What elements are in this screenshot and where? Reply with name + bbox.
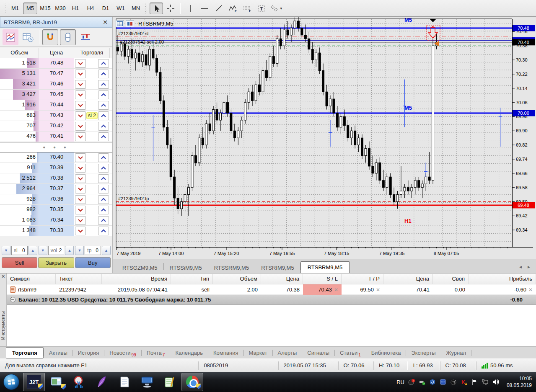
taskbar-app-notepad[interactable]: [114, 373, 135, 391]
chart-tab-rtssim9m5[interactable]: RTSSiM9,M5: [164, 263, 208, 273]
taskbar-app-log-editor[interactable]: [159, 373, 181, 391]
sell-at-price-button[interactable]: [75, 122, 86, 131]
sell-at-price-button[interactable]: [75, 153, 86, 162]
stepper-up-icon[interactable]: ▲: [28, 246, 37, 255]
kaspersky-icon[interactable]: K!: [461, 379, 467, 385]
timeframe-button-m5[interactable]: M5: [23, 3, 37, 14]
price-cell[interactable]: 70.47: [39, 69, 74, 79]
close-button[interactable]: Закрыть: [38, 257, 74, 268]
sl-stepper-field[interactable]: sl0: [11, 246, 28, 255]
buy-at-price-button[interactable]: [98, 70, 109, 78]
price-cell[interactable]: 70.38: [39, 173, 74, 183]
buy-at-price-button[interactable]: [98, 90, 109, 99]
sell-at-price-button[interactable]: [75, 70, 86, 78]
toolbox-tab-компания[interactable]: Компания: [208, 348, 243, 358]
toolbox-tab-алерты[interactable]: Алерты: [273, 348, 302, 358]
sell-button[interactable]: Sell: [2, 257, 37, 268]
crosshair-tool-icon[interactable]: [164, 3, 177, 14]
taskbar-app-j2t[interactable]: J2T: [23, 373, 45, 391]
remove-tp-icon[interactable]: ✕: [376, 287, 380, 293]
sell-at-price-button[interactable]: [75, 101, 86, 110]
stepper-up-icon[interactable]: ▲: [65, 246, 74, 255]
sell-at-price-button[interactable]: [75, 90, 86, 99]
price-chart[interactable]: #212397942 sl#212397942 sell 2.00#212397…: [113, 17, 536, 259]
sell-at-price-button[interactable]: [75, 185, 86, 193]
price-cell[interactable]: 70.33: [39, 226, 74, 236]
close-icon[interactable]: ✕: [0, 273, 6, 280]
messenger-icon[interactable]: [440, 379, 446, 385]
taskbar-app-remote-desktop[interactable]: [136, 373, 158, 391]
buy-at-price-button[interactable]: [98, 153, 109, 162]
timeframe-button-w1[interactable]: W1: [114, 3, 128, 14]
toolbox-tab-активы[interactable]: Активы: [44, 348, 73, 358]
taskbar-app-window-shield[interactable]: [46, 373, 67, 391]
buy-at-price-button[interactable]: [98, 80, 109, 89]
buy-at-price-button[interactable]: [98, 206, 109, 214]
toolbox-tab-маркет[interactable]: Маркет: [244, 348, 272, 358]
price-cell[interactable]: 70.35: [39, 205, 74, 215]
elliott-wave-tool-icon[interactable]: E: [226, 3, 240, 14]
sell-at-price-button[interactable]: [75, 132, 86, 141]
stepper-down-icon[interactable]: ▼: [75, 246, 84, 255]
price-cell[interactable]: 70.34: [39, 215, 74, 225]
price-cell[interactable]: 70.41: [39, 132, 74, 142]
depth-mode-icon[interactable]: [60, 29, 76, 45]
close-icon[interactable]: ✕: [102, 19, 109, 26]
display-connect-icon[interactable]: [482, 379, 488, 385]
timeframe-button-h1[interactable]: H1: [68, 3, 83, 14]
toolbox-tab-календарь[interactable]: Календарь: [170, 348, 208, 358]
sell-at-price-button[interactable]: [75, 111, 86, 120]
toolbox-tab-почта[interactable]: Почта7: [142, 348, 170, 358]
vol-stepper-field[interactable]: vol2: [48, 246, 65, 255]
timeframe-button-h4[interactable]: H4: [83, 3, 98, 14]
depth-of-market-icon[interactable]: [116, 20, 124, 27]
sell-at-price-button[interactable]: [75, 227, 86, 235]
flag-icon[interactable]: [471, 379, 478, 385]
buy-button[interactable]: Buy: [75, 257, 111, 268]
collapse-icon[interactable]: [10, 297, 16, 302]
trendline-tool-icon[interactable]: [212, 3, 225, 14]
timeframe-button-m30[interactable]: M30: [53, 3, 67, 14]
quotes-icon[interactable]: [3, 29, 18, 45]
volume-icon[interactable]: [492, 378, 500, 386]
taskbar-app-feather[interactable]: [91, 373, 113, 391]
text-tool-icon[interactable]: T: [255, 3, 268, 14]
vertical-line-tool-icon[interactable]: [184, 3, 197, 14]
buy-at-price-button[interactable]: [98, 174, 109, 183]
toolbox-tab-история[interactable]: История: [73, 348, 104, 358]
toolbox-tab-журнал[interactable]: Журнал: [441, 348, 471, 358]
horizontal-line-tool-icon[interactable]: [198, 3, 211, 14]
price-cell[interactable]: 70.44: [39, 100, 74, 110]
tp-stepper-field[interactable]: tp0: [85, 246, 101, 255]
buy-at-price-button[interactable]: [98, 227, 109, 235]
toolbox-tab-новости[interactable]: Новости99: [104, 348, 141, 358]
buy-at-price-button[interactable]: [98, 195, 109, 204]
stepper-up-icon[interactable]: ▲: [102, 246, 111, 255]
price-cell[interactable]: 70.43: [39, 111, 74, 121]
price-cell[interactable]: 70.46: [39, 79, 74, 89]
stepper-down-icon[interactable]: ▼: [39, 246, 47, 255]
orders-time-icon[interactable]: [20, 29, 36, 45]
chart-tab-rtsgzm9m5[interactable]: RTSGZM9,M5: [117, 263, 163, 273]
cursor-tool-icon[interactable]: [150, 3, 163, 14]
buy-at-price-button[interactable]: [98, 185, 109, 193]
buy-at-price-button[interactable]: [98, 132, 109, 141]
toolbox-tab-статьи[interactable]: Статьи1: [335, 348, 366, 358]
shapes-tool-icon[interactable]: ▾: [269, 3, 282, 14]
sell-at-price-button[interactable]: [75, 174, 86, 183]
position-row[interactable]: rtsbrm92123979422019.05.08 07:04:41sell2…: [7, 284, 536, 295]
sell-at-price-button[interactable]: [75, 206, 86, 214]
sell-at-price-button[interactable]: [75, 59, 86, 68]
price-cell[interactable]: 70.39: [39, 163, 74, 173]
chart-window[interactable]: #212397942 sl#212397942 sell 2.00#212397…: [113, 17, 536, 259]
stepper-down-icon[interactable]: ▼: [2, 246, 10, 255]
scroll-left-icon[interactable]: ◂: [519, 264, 522, 270]
magnet-icon[interactable]: [42, 29, 58, 45]
price-cell[interactable]: 70.48: [39, 58, 74, 68]
timeframe-button-mn[interactable]: MN: [129, 3, 143, 14]
satellite-icon[interactable]: [450, 379, 457, 385]
timeframe-button-m1[interactable]: M1: [8, 3, 22, 14]
sell-at-price-button[interactable]: [75, 164, 86, 173]
sell-at-price-button[interactable]: [75, 80, 86, 89]
phone-alert-icon[interactable]: !: [408, 379, 415, 385]
